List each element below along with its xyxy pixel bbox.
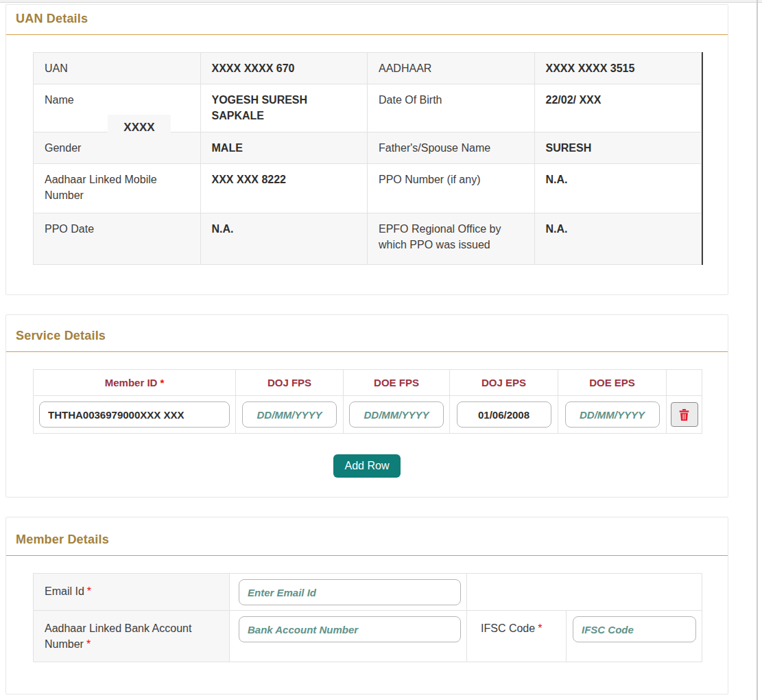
member-id-input[interactable]: [39, 401, 230, 428]
uan-details-title: UAN Details: [6, 12, 728, 26]
mobile-value: XXX XXX 8222: [200, 163, 368, 213]
ifsc-label-cell: IFSC Code*: [467, 611, 567, 662]
aadhaar-label: AADHAAR: [368, 53, 535, 84]
email-row: Email Id*: [34, 574, 702, 611]
bank-row: Aadhaar Linked Bank Account Number* IFSC…: [34, 611, 702, 662]
add-row-container: Add Row: [6, 454, 728, 478]
trash-icon: [679, 409, 689, 421]
member-details-section: Member Details Email Id* Aad: [5, 517, 728, 695]
bank-account-input[interactable]: [239, 616, 461, 642]
doj-eps-input[interactable]: [457, 401, 551, 428]
service-details-table-wrap: Member ID* DOJ FPS DOE FPS DOJ EPS DOE E…: [33, 369, 702, 434]
father-spouse-value: SURESH: [534, 132, 702, 163]
service-details-title: Service Details: [6, 329, 728, 343]
doj-fps-input[interactable]: [242, 401, 337, 428]
email-input-cell: [230, 574, 467, 611]
member-id-header: Member ID*: [34, 370, 236, 396]
required-asterisk: *: [538, 622, 542, 634]
ppo-number-label: PPO Number (if any): [368, 163, 535, 213]
doj-fps-header: DOJ FPS: [236, 370, 344, 396]
doe-eps-input[interactable]: [565, 401, 660, 428]
ifsc-code-input[interactable]: [573, 616, 696, 642]
member-details-title: Member Details: [6, 533, 728, 547]
uan-label: UAN: [34, 53, 201, 84]
uan-details-section: UAN Details UAN XXXX XXXX 670 AADHAAR XX…: [5, 4, 728, 295]
bank-account-label-cell: Aadhaar Linked Bank Account Number*: [34, 611, 230, 662]
epfo-office-label: EPFO Regional Office by which PPO was is…: [368, 213, 535, 264]
ifsc-label: IFSC Code: [481, 622, 535, 634]
required-asterisk: *: [87, 585, 91, 597]
email-label-cell: Email Id*: [34, 574, 230, 611]
email-input[interactable]: [239, 579, 461, 605]
epfo-office-value: N.A.: [534, 213, 702, 264]
gender-value: MALE: [200, 132, 368, 163]
section-divider: [6, 351, 728, 352]
table-header-row: Member ID* DOJ FPS DOE FPS DOJ EPS DOE E…: [34, 370, 702, 396]
table-row: Aadhaar Linked Mobile Number XXX XXX 822…: [34, 163, 702, 213]
dob-value: 22/02/ XXX: [534, 84, 702, 132]
table-row: PPO Date N.A. EPFO Regional Office by wh…: [34, 213, 702, 264]
doe-eps-header: DOE EPS: [558, 370, 667, 396]
masked-name-overlay: XXXX: [108, 115, 171, 141]
required-asterisk: *: [160, 377, 164, 388]
member-id-header-label: Member ID: [105, 377, 158, 388]
father-spouse-label: Father's/Spouse Name: [368, 132, 535, 163]
ppo-date-label: PPO Date: [34, 213, 201, 264]
ifsc-input-cell: [567, 611, 702, 662]
required-asterisk: *: [86, 638, 91, 650]
ppo-number-value: N.A.: [534, 163, 702, 213]
dob-label: Date Of Birth: [368, 84, 535, 132]
doe-fps-header: DOE FPS: [344, 370, 450, 396]
mobile-label: Aadhaar Linked Mobile Number: [34, 163, 201, 213]
section-divider: [6, 555, 728, 556]
empty-cell: [467, 574, 702, 611]
section-divider: [6, 34, 728, 35]
uan-details-table: UAN XXXX XXXX 670 AADHAAR XXXX XXXX 3515…: [33, 52, 702, 265]
bank-account-label: Aadhaar Linked Bank Account Number: [45, 622, 191, 650]
table-row: UAN XXXX XXXX 670 AADHAAR XXXX XXXX 3515: [34, 53, 702, 84]
doj-eps-header: DOJ EPS: [450, 370, 558, 396]
name-value: YOGESH SURESH SAPKALE: [200, 84, 368, 132]
actions-header: [667, 370, 702, 396]
aadhaar-value: XXXX XXXX 3515: [534, 53, 702, 84]
service-details-section: Service Details Member ID* DOJ FPS DOE F…: [5, 314, 728, 498]
email-label: Email Id: [45, 585, 84, 597]
uan-value: XXXX XXXX 670: [200, 53, 368, 84]
member-details-table-wrap: Email Id* Aadhaar Linked Bank Account Nu…: [33, 573, 702, 662]
service-details-table: Member ID* DOJ FPS DOE FPS DOJ EPS DOE E…: [33, 369, 702, 434]
page-top-divider: [0, 0, 762, 3]
ppo-date-value: N.A.: [200, 213, 368, 264]
delete-row-button[interactable]: [671, 402, 698, 427]
bank-account-input-cell: [230, 611, 467, 662]
add-row-button[interactable]: Add Row: [333, 454, 401, 478]
uan-details-table-wrap: UAN XXXX XXXX 670 AADHAAR XXXX XXXX 3515…: [33, 52, 703, 265]
member-details-table: Email Id* Aadhaar Linked Bank Account Nu…: [33, 573, 702, 662]
service-row: [34, 396, 702, 434]
scrollbar[interactable]: [757, 0, 758, 700]
doe-fps-input[interactable]: [349, 401, 444, 428]
